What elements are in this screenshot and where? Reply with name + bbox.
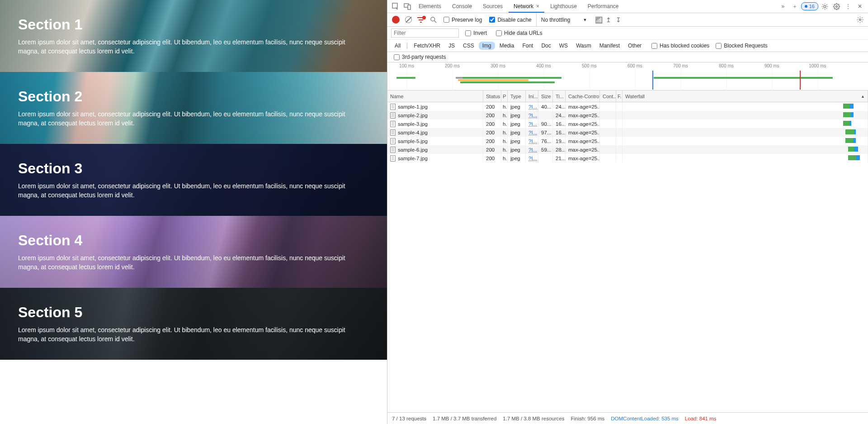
- timeline-overview[interactable]: 100 ms200 ms300 ms400 ms500 ms600 ms700 …: [387, 62, 868, 91]
- type-manifest[interactable]: Manifest: [596, 42, 623, 50]
- table-row[interactable]: sample-7.jpg200h..jpeg?I...21...max-age=…: [387, 154, 868, 162]
- cell-waterfall: [623, 137, 868, 145]
- type-css[interactable]: CSS: [459, 42, 478, 50]
- table-row[interactable]: sample-2.jpg200h..jpeg?I...24...max-age=…: [387, 111, 868, 119]
- add-tab-icon[interactable]: ＋: [789, 1, 800, 12]
- filter-input[interactable]: [391, 29, 459, 38]
- type-all[interactable]: All: [391, 42, 404, 50]
- col-f[interactable]: F.: [616, 91, 623, 102]
- sb-resources: 1.7 MB / 3.8 MB resources: [503, 416, 564, 421]
- cell-waterfall: [623, 128, 868, 137]
- initiator-link[interactable]: ?I...: [528, 121, 537, 127]
- upload-har-icon[interactable]: ↥: [606, 16, 611, 24]
- col-waterfall[interactable]: Waterfall▲: [623, 91, 868, 102]
- table-row[interactable]: sample-3.jpg200h..jpeg?I...90...16...max…: [387, 119, 868, 128]
- cell-time: 16...: [553, 128, 566, 137]
- third-party-checkbox[interactable]: 3rd-party requests: [391, 54, 448, 60]
- cell-size: [538, 154, 553, 162]
- type-doc[interactable]: Doc: [538, 42, 554, 50]
- table-header: Name Status P Type Ini... Size Ti... Cac…: [387, 91, 868, 102]
- cell-type: jpeg: [508, 154, 526, 162]
- page-preview[interactable]: Section 1 Lorem ipsum dolor sit amet, co…: [0, 0, 387, 424]
- table-row[interactable]: sample-1.jpg200h..jpeg?I...40...24...max…: [387, 102, 868, 111]
- filter-toggle-icon[interactable]: [415, 14, 426, 25]
- initiator-link[interactable]: ?I...: [528, 138, 537, 144]
- col-size[interactable]: Size: [538, 91, 553, 102]
- invert-checkbox[interactable]: Invert: [462, 30, 490, 36]
- cell-status: 200: [483, 154, 501, 162]
- request-name: sample-5.jpg: [398, 138, 428, 144]
- type-media[interactable]: Media: [496, 42, 518, 50]
- close-icon[interactable]: ×: [536, 3, 539, 10]
- kebab-menu-icon[interactable]: ⋮: [843, 1, 854, 12]
- col-name[interactable]: Name: [387, 91, 483, 102]
- cell-size: 97...: [538, 128, 553, 137]
- type-wasm[interactable]: Wasm: [572, 42, 595, 50]
- type-other[interactable]: Other: [624, 42, 645, 50]
- table-row[interactable]: sample-6.jpg200h..jpeg?I...59...28...max…: [387, 145, 868, 154]
- cell-f: [616, 102, 623, 111]
- col-p[interactable]: P: [501, 91, 508, 102]
- devtools-panel: Elements Console Sources Network × Light…: [387, 0, 868, 424]
- section-3: Section 3 Lorem ipsum dolor sit amet, co…: [0, 144, 387, 216]
- col-type[interactable]: Type: [508, 91, 526, 102]
- cell-waterfall: [623, 111, 868, 119]
- tab-lighthouse[interactable]: Lighthouse: [545, 0, 582, 13]
- cell-f: [616, 137, 623, 145]
- more-tabs-icon[interactable]: »: [778, 1, 788, 12]
- type-js[interactable]: JS: [445, 42, 458, 50]
- status-bar: 7 / 13 requests 1.7 MB / 3.7 MB transfer…: [387, 412, 868, 424]
- tab-sources[interactable]: Sources: [478, 0, 508, 13]
- cell-f: [616, 154, 623, 162]
- tab-elements[interactable]: Elements: [414, 0, 446, 13]
- close-devtools-icon[interactable]: ✕: [854, 1, 865, 12]
- blocked-requests-checkbox[interactable]: Blocked Requests: [716, 43, 768, 49]
- initiator-link[interactable]: ?I...: [528, 113, 537, 118]
- svg-line-5: [434, 20, 436, 22]
- col-status[interactable]: Status: [483, 91, 501, 102]
- section-2: Section 2 Lorem ipsum dolor sit amet, co…: [0, 72, 387, 144]
- svg-point-3: [835, 5, 837, 7]
- file-icon: [390, 104, 396, 110]
- device-toolbar-icon[interactable]: [402, 1, 413, 12]
- col-initiator[interactable]: Ini...: [526, 91, 538, 102]
- file-icon: [390, 129, 396, 136]
- initiator-link[interactable]: ?I...: [528, 147, 537, 152]
- col-content[interactable]: Cont...: [600, 91, 616, 102]
- preserve-log-checkbox[interactable]: Preserve log: [441, 17, 485, 23]
- record-button[interactable]: [390, 14, 401, 25]
- throttling-select[interactable]: No throttling▼: [536, 13, 592, 26]
- cell-time: 28...: [553, 145, 566, 154]
- file-icon: [390, 112, 396, 119]
- blocked-cookies-checkbox[interactable]: Has blocked cookies: [651, 43, 709, 49]
- col-cache[interactable]: Cache-Control: [566, 91, 600, 102]
- initiator-link[interactable]: ?I...: [528, 156, 537, 161]
- type-fetch[interactable]: Fetch/XHR: [410, 42, 444, 50]
- tab-performance[interactable]: Performance: [583, 0, 624, 13]
- tab-console[interactable]: Console: [447, 0, 477, 13]
- network-conditions-icon[interactable]: [593, 14, 604, 25]
- type-img[interactable]: Img: [479, 42, 495, 50]
- initiator-link[interactable]: ?I...: [528, 130, 537, 135]
- network-table: Name Status P Type Ini... Size Ti... Cac…: [387, 91, 868, 412]
- table-row[interactable]: sample-4.jpg200h..jpeg?I...97...16...max…: [387, 128, 868, 137]
- inspect-element-icon[interactable]: [390, 1, 401, 12]
- type-font[interactable]: Font: [519, 42, 537, 50]
- tab-network[interactable]: Network ×: [509, 0, 544, 13]
- download-har-icon[interactable]: ↧: [616, 16, 621, 24]
- col-time[interactable]: Ti...: [553, 91, 566, 102]
- clear-button[interactable]: [403, 14, 414, 25]
- table-row[interactable]: sample-5.jpg200h..jpeg?I...76...19...max…: [387, 137, 868, 145]
- hide-data-urls-checkbox[interactable]: Hide data URLs: [493, 30, 545, 36]
- disable-cache-checkbox[interactable]: Disable cache: [486, 17, 534, 23]
- network-settings-icon[interactable]: [854, 14, 865, 25]
- cell-waterfall: [623, 154, 868, 162]
- settings-icon[interactable]: [819, 1, 830, 12]
- issues-badge[interactable]: 16: [801, 2, 818, 10]
- type-ws[interactable]: WS: [556, 42, 571, 50]
- devtools-settings-icon[interactable]: [831, 1, 842, 12]
- search-icon[interactable]: [428, 14, 439, 25]
- initiator-link[interactable]: ?I...: [528, 104, 537, 110]
- cell-protocol: h..: [501, 111, 508, 119]
- issues-count: 16: [809, 4, 815, 9]
